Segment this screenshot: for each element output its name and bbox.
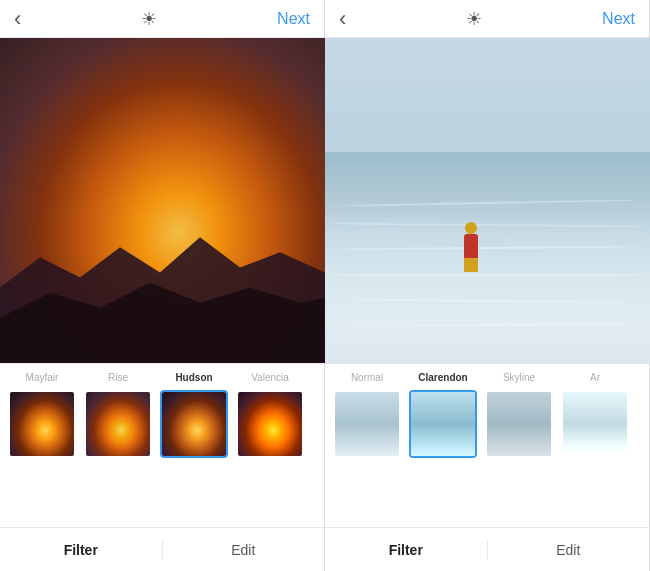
right-tab-edit[interactable]: Edit	[488, 528, 650, 571]
filter-skyline[interactable]: Skyline	[483, 372, 555, 458]
right-panel: ‹ ☀ Next Normal	[325, 0, 650, 571]
left-panel: ‹ ☀ Next Mayfair Rise	[0, 0, 325, 571]
filter-hudson-thumb	[160, 390, 228, 458]
filter-mayfair[interactable]: Mayfair	[6, 372, 78, 458]
right-tab-filter[interactable]: Filter	[325, 528, 487, 571]
filter-rise-thumb	[84, 390, 152, 458]
filter-ar[interactable]: Ar	[559, 372, 631, 458]
filter-mayfair-label: Mayfair	[26, 372, 59, 386]
right-main-image	[325, 38, 650, 363]
filter-clarendon-label: Clarendon	[418, 372, 467, 386]
left-brightness-icon[interactable]: ☀	[141, 8, 157, 30]
filter-ar-thumb	[561, 390, 629, 458]
filter-valencia-label: Valencia	[251, 372, 289, 386]
right-brightness-icon[interactable]: ☀	[466, 8, 482, 30]
filter-hudson[interactable]: Hudson	[158, 372, 230, 458]
filter-normal[interactable]: Normal	[331, 372, 403, 458]
filter-normal-thumb	[333, 390, 401, 458]
filter-ar-label: Ar	[590, 372, 600, 386]
right-bottom-tabs: Filter Edit	[325, 527, 649, 571]
right-filter-label: Filter	[389, 542, 423, 558]
left-filter-label: Filter	[64, 542, 98, 558]
filter-hudson-label: Hudson	[175, 372, 212, 386]
left-header: ‹ ☀ Next	[0, 0, 324, 38]
right-header: ‹ ☀ Next	[325, 0, 649, 38]
left-tab-filter[interactable]: Filter	[0, 528, 162, 571]
filter-rise[interactable]: Rise	[82, 372, 154, 458]
filter-rise-label: Rise	[108, 372, 128, 386]
right-back-button[interactable]: ‹	[339, 8, 346, 30]
left-back-button[interactable]: ‹	[14, 8, 21, 30]
right-next-button[interactable]: Next	[602, 10, 635, 28]
filter-clarendon-thumb	[409, 390, 477, 458]
right-edit-label: Edit	[556, 542, 580, 558]
filter-valencia[interactable]: Valencia	[234, 372, 306, 458]
filter-skyline-thumb	[485, 390, 553, 458]
filter-clarendon[interactable]: Clarendon	[407, 372, 479, 458]
left-tab-edit[interactable]: Edit	[163, 528, 325, 571]
left-edit-label: Edit	[231, 542, 255, 558]
filter-skyline-label: Skyline	[503, 372, 535, 386]
filter-normal-label: Normal	[351, 372, 383, 386]
left-filter-strip: Mayfair Rise Hudson Valencia	[0, 363, 324, 478]
left-main-image	[0, 38, 325, 363]
beach-person-figure	[462, 222, 480, 272]
right-filter-strip: Normal Clarendon Skyline Ar	[325, 363, 649, 478]
left-next-button[interactable]: Next	[277, 10, 310, 28]
filter-valencia-thumb	[236, 390, 304, 458]
left-bottom-tabs: Filter Edit	[0, 527, 324, 571]
filter-mayfair-thumb	[8, 390, 76, 458]
